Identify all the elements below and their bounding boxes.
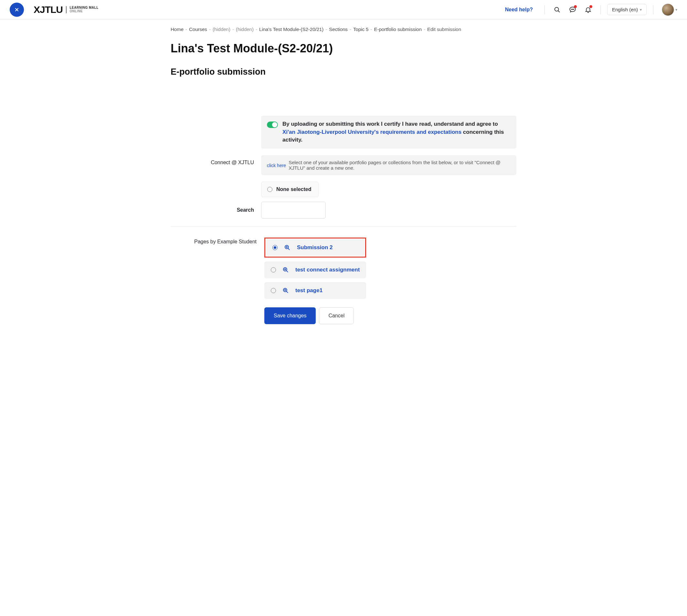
radio-icon [272, 245, 278, 250]
language-select[interactable]: English (en) ▾ [607, 4, 647, 15]
page-option[interactable]: test connect assignment [264, 261, 366, 278]
help-link[interactable]: Need help? [505, 7, 533, 13]
topbar: XJTLU LEARNING MALL ONLINE Need help? En… [0, 0, 687, 19]
breadcrumb-hidden: (hidden) [213, 26, 230, 32]
zoom-in-icon[interactable] [284, 244, 290, 251]
page-option[interactable]: test page1 [264, 282, 366, 299]
connect-row: Connect @ XJTLU click here Select one of… [171, 155, 516, 175]
pages-heading: Pages by Example Student [171, 238, 264, 245]
breadcrumb-hidden: (hidden) [236, 26, 254, 32]
page-item-highlighted: Submission 2 [264, 238, 366, 258]
radio-icon [271, 288, 276, 293]
search-input[interactable] [261, 202, 326, 218]
certify-statement: By uploading or submitting this work I c… [261, 116, 516, 149]
search-icon[interactable] [551, 4, 563, 16]
page-title: Lina's Test Module-(S2-20/21) [171, 42, 516, 55]
search-row: Search [171, 202, 516, 218]
page-title-link[interactable]: test connect assignment [295, 267, 360, 273]
breadcrumb-current: Edit submission [427, 26, 461, 32]
page-option[interactable]: Submission 2 [266, 239, 364, 256]
save-button[interactable]: Save changes [264, 307, 316, 324]
logo-text: XJTLU [34, 4, 63, 15]
activity-title: E-portfolio submission [171, 67, 516, 77]
page-item-wrap: test page1 [264, 282, 366, 299]
breadcrumb-module[interactable]: Lina's Test Module-(S2-20/21) [259, 26, 324, 32]
separator [653, 5, 653, 15]
separator [545, 5, 545, 15]
pages-section: Pages by Example Student Submission 2 [171, 238, 516, 324]
connect-label: Connect @ XJTLU [171, 155, 261, 166]
click-here-link[interactable]: click here [267, 160, 286, 168]
svg-point-3 [573, 9, 574, 9]
radio-icon [267, 187, 272, 192]
radio-icon [271, 267, 276, 272]
user-menu[interactable]: ▾ [662, 4, 677, 16]
divider [171, 226, 516, 226]
pages-list: Submission 2 test connect assignment [264, 238, 366, 324]
notification-dot [574, 5, 577, 8]
logo[interactable]: XJTLU LEARNING MALL ONLINE [34, 4, 98, 15]
avatar [662, 4, 674, 16]
none-selected-option[interactable]: None selected [261, 182, 318, 197]
chevron-down-icon: ▾ [640, 7, 642, 12]
notifications-icon[interactable] [582, 4, 594, 16]
breadcrumb-home[interactable]: Home [171, 26, 183, 32]
breadcrumb-courses[interactable]: Courses [189, 26, 207, 32]
breadcrumb-sections[interactable]: Sections [329, 26, 348, 32]
page-item-wrap: test connect assignment [264, 261, 366, 278]
connect-box: click here Select one of your available … [261, 155, 516, 175]
svg-point-2 [572, 9, 573, 9]
messages-icon[interactable] [567, 4, 578, 16]
action-buttons: Save changes Cancel [264, 307, 366, 324]
zoom-in-icon[interactable] [283, 267, 289, 273]
chevron-down-icon: ▾ [675, 7, 677, 12]
connect-description: Select one of your available portfolio p… [289, 160, 511, 171]
certify-toggle[interactable] [267, 122, 278, 128]
svg-point-1 [571, 9, 572, 9]
logo-divider [66, 6, 67, 13]
zoom-in-icon[interactable] [283, 287, 289, 294]
notification-dot [590, 5, 592, 8]
search-label: Search [171, 207, 261, 213]
breadcrumb: Home- Courses- (hidden)- (hidden)- Lina'… [171, 26, 516, 32]
page-title-link[interactable]: test page1 [295, 287, 323, 294]
separator [600, 5, 601, 15]
cancel-button[interactable]: Cancel [319, 307, 354, 324]
logo-subtitle: LEARNING MALL ONLINE [70, 6, 98, 13]
certify-text: By uploading or submitting this work I c… [283, 120, 511, 144]
page-title-link[interactable]: Submission 2 [297, 244, 333, 251]
breadcrumb-activity[interactable]: E-portfolio submission [374, 26, 422, 32]
requirements-link[interactable]: Xi'an Jiaotong-Liverpool University's re… [283, 129, 462, 135]
close-button[interactable] [10, 3, 24, 17]
breadcrumb-topic[interactable]: Topic 5 [353, 26, 369, 32]
